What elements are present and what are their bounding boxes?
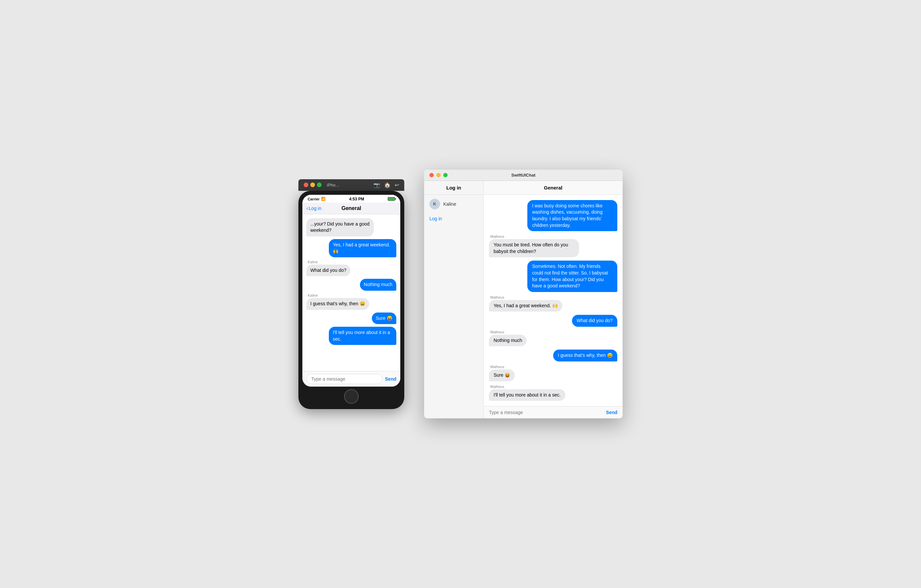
list-item: Sometimes. Not often. My friends could n… <box>489 261 617 292</box>
message-input[interactable] <box>306 374 382 384</box>
mac-window-title: SwiftUIChat <box>511 173 535 178</box>
list-item: Matheus You must be tired. How often do … <box>489 234 617 257</box>
message-bubble: Sure 😝 <box>489 369 515 381</box>
iphone-status-bar: Carrier 📶 4:53 PM <box>303 195 400 203</box>
message-sender: Matheus <box>489 330 506 334</box>
home-button[interactable] <box>344 389 359 404</box>
list-item: ...your? Did you have a good weekend? <box>306 218 396 236</box>
list-item: Matheus Nothing much <box>489 330 617 347</box>
mac-sidebar: Log in K Kaline Log in <box>424 181 484 419</box>
mac-chat-header: General <box>484 181 623 195</box>
list-item: Kaline What did you do? <box>306 260 396 276</box>
message-bubble: I guess that's why, then 😄 <box>306 298 369 310</box>
message-bubble: What did you do? <box>572 315 617 327</box>
mac-messages-list: I was busy doing some chores like washin… <box>484 195 623 406</box>
sidebar-header: Log in <box>424 181 483 195</box>
list-item: Yes, I had a great weekend. 🙌 <box>306 239 396 257</box>
mac-body: Log in K Kaline Log in General I was bus… <box>424 181 623 419</box>
message-bubble: You must be tired. How often do you baby… <box>489 239 579 257</box>
sidebar-item-kaline[interactable]: K Kaline <box>424 195 483 213</box>
mac-message-input[interactable] <box>489 410 604 415</box>
list-item: Matheus Sure 😝 <box>489 365 617 381</box>
sim-close-dot[interactable] <box>304 182 308 187</box>
sim-minimize-dot[interactable] <box>310 182 315 187</box>
message-sender: Matheus <box>489 234 506 239</box>
simulator-toolbar-icons: 📷 🏠 ↩ <box>374 182 399 188</box>
send-button[interactable]: Send <box>385 376 396 382</box>
simulator-toolbar: iPho... 📷 🏠 ↩ <box>298 179 404 191</box>
carrier-label: Carrier <box>308 197 320 201</box>
list-item: I guess that's why, then 😄 <box>489 349 617 361</box>
status-right <box>388 197 395 201</box>
message-sender: Kaline <box>306 293 319 297</box>
mac-traffic-lights <box>430 173 447 177</box>
iphone-nav-bar: ‹ Log in General <box>303 203 400 214</box>
message-bubble: Yes, I had a great weekend. 🙌 <box>489 300 562 312</box>
rotate-icon[interactable]: ↩ <box>395 182 399 188</box>
nav-title: General <box>342 205 361 211</box>
nav-back-label: Log in <box>309 206 321 211</box>
iphone-screen: Carrier 📶 4:53 PM ‹ Log in General <box>303 195 400 387</box>
message-bubble: Sure 😝 <box>372 312 396 325</box>
list-item: I'll tell you more about it in a sec. <box>306 327 396 345</box>
sim-traffic-lights <box>304 182 322 187</box>
list-item: Sure 😝 <box>306 312 396 325</box>
chevron-left-icon: ‹ <box>306 205 308 211</box>
sidebar-login-button[interactable]: Log in <box>424 213 483 224</box>
message-bubble: I'll tell you more about it in a sec. <box>489 389 565 401</box>
message-bubble: Nothing much <box>489 335 527 347</box>
mac-maximize-button[interactable] <box>443 173 447 177</box>
home-icon[interactable]: 🏠 <box>384 182 391 188</box>
camera-icon[interactable]: 📷 <box>374 182 380 188</box>
list-item: Nothing much <box>306 279 396 291</box>
message-sender: Kaline <box>306 260 319 264</box>
nav-back-button[interactable]: ‹ Log in <box>306 205 321 211</box>
kaline-name: Kaline <box>443 201 456 207</box>
iphone-frame: Carrier 📶 4:53 PM ‹ Log in General <box>298 191 404 409</box>
message-bubble: I'll tell you more about it in a sec. <box>329 327 396 345</box>
message-sender: Matheus <box>489 365 506 369</box>
mac-titlebar: SwiftUIChat <box>424 170 623 181</box>
iphone-home-bar <box>303 387 400 405</box>
message-bubble: I was busy doing some chores like washin… <box>527 200 617 231</box>
message-sender: Matheus <box>489 295 506 299</box>
mac-send-button[interactable]: Send <box>606 410 617 415</box>
message-bubble: What did you do? <box>306 265 350 276</box>
message-bubble: ...your? Did you have a good weekend? <box>306 218 374 236</box>
battery-icon <box>388 197 395 201</box>
wifi-icon: 📶 <box>321 197 325 201</box>
message-bubble: Nothing much <box>360 279 396 291</box>
list-item: What did you do? <box>489 315 617 327</box>
iphone-messages-list: ...your? Did you have a good weekend? Ye… <box>303 214 400 371</box>
message-bubble: I guess that's why, then 😄 <box>553 349 617 361</box>
list-item: I was busy doing some chores like washin… <box>489 200 617 231</box>
mac-input-bar: Send <box>484 406 623 418</box>
sim-maximize-dot[interactable] <box>317 182 322 187</box>
ios-simulator: iPho... 📷 🏠 ↩ Carrier 📶 4:53 PM <box>298 179 404 409</box>
list-item: Matheus Yes, I had a great weekend. 🙌 <box>489 295 617 312</box>
mac-window: SwiftUIChat Log in K Kaline Log in Gener… <box>424 170 623 419</box>
status-time: 4:53 PM <box>349 197 364 201</box>
message-bubble: Yes, I had a great weekend. 🙌 <box>329 239 396 257</box>
message-sender: Matheus <box>489 385 506 388</box>
simulator-title: iPho... <box>327 182 368 187</box>
iphone-input-bar: Send <box>303 371 400 387</box>
mac-minimize-button[interactable] <box>436 173 441 177</box>
mac-close-button[interactable] <box>430 173 434 177</box>
kaline-avatar: K <box>430 199 440 210</box>
status-left: Carrier 📶 <box>308 197 325 201</box>
message-bubble: Sometimes. Not often. My friends could n… <box>527 261 617 292</box>
list-item: Matheus I'll tell you more about it in a… <box>489 385 617 401</box>
mac-chat-area: General I was busy doing some chores lik… <box>484 181 623 419</box>
list-item: Kaline I guess that's why, then 😄 <box>306 293 396 310</box>
